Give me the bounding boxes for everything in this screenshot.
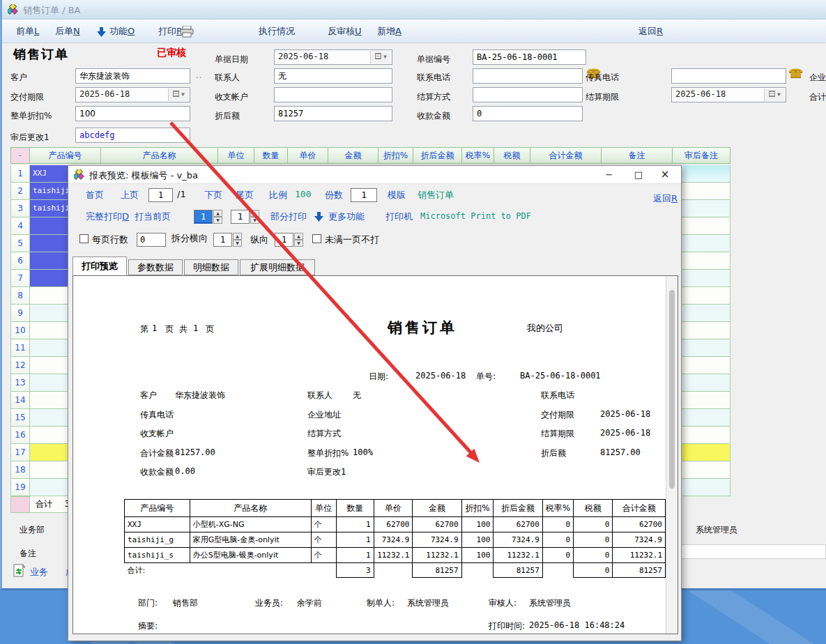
- scrollbar-thumb[interactable]: [669, 290, 675, 489]
- table-cell: taishiji_g: [125, 532, 190, 548]
- menu-functions[interactable]: 功能O: [109, 25, 135, 38]
- grid-row-number[interactable]: 7: [10, 270, 30, 287]
- table-cell: 7324.9: [613, 532, 666, 548]
- grid-row-number[interactable]: 9: [10, 305, 30, 322]
- down-arrow-icon: [314, 212, 323, 222]
- calendar-dropdown-icon[interactable]: ▼: [764, 89, 785, 101]
- post-change-input[interactable]: [75, 128, 190, 143]
- spinner-down-icon[interactable]: ▼: [294, 240, 303, 247]
- phone-input[interactable]: [473, 68, 583, 84]
- menu-next-doc[interactable]: 后单N: [55, 25, 80, 38]
- grid-row-number[interactable]: 16: [10, 427, 30, 444]
- menu-prev-doc[interactable]: 前单L: [16, 25, 39, 38]
- tab-detail-data[interactable]: 明细数据: [184, 259, 238, 275]
- spinner-up-icon[interactable]: ▲: [294, 233, 303, 240]
- more-functions-link[interactable]: 更多功能: [328, 210, 365, 223]
- form-title: 销售订单: [13, 46, 69, 63]
- grid-row-number[interactable]: 15: [10, 409, 30, 427]
- grid-row-number[interactable]: 17: [10, 444, 30, 461]
- close-button[interactable]: ×: [653, 166, 677, 183]
- table-cell: [461, 563, 494, 578]
- calendar-dropdown-icon[interactable]: ▼: [168, 89, 189, 101]
- grid-row-number[interactable]: 19: [10, 479, 30, 496]
- phone-label: 联系电话: [417, 72, 450, 84]
- maximize-button[interactable]: □: [627, 166, 650, 183]
- grid-row-number[interactable]: 2: [10, 183, 30, 200]
- page-number-input[interactable]: [148, 188, 173, 202]
- grid-row-number[interactable]: 3: [10, 200, 30, 217]
- menu-execution-status[interactable]: 执行情况: [259, 25, 295, 38]
- grid-row-number[interactable]: 1: [10, 165, 30, 183]
- menu-add-new[interactable]: 新增A: [377, 25, 401, 38]
- grid-row-number[interactable]: 18: [10, 461, 30, 479]
- preview-table-header: 折后金额: [494, 500, 542, 517]
- doc-date-input[interactable]: 2025-06-18▼: [274, 49, 392, 65]
- grid-row-number[interactable]: 11: [10, 339, 30, 357]
- printer-label[interactable]: 打印机: [385, 210, 413, 223]
- spinner-up-icon[interactable]: ▲: [213, 210, 222, 217]
- menu-return[interactable]: 返回R: [638, 25, 663, 38]
- fax-input[interactable]: [671, 68, 786, 84]
- settle-term-date-input[interactable]: 2025-06-18▼: [671, 87, 786, 102]
- discount-input[interactable]: [75, 106, 190, 121]
- scale-label[interactable]: 比例: [269, 189, 287, 201]
- delivery-date-input[interactable]: 2025-06-18▼: [75, 87, 190, 102]
- doc-no-input[interactable]: [473, 49, 586, 65]
- spinner-down-icon[interactable]: ▼: [213, 217, 222, 224]
- minimize-button[interactable]: −: [597, 166, 621, 183]
- discounted-amount-input[interactable]: [274, 106, 392, 121]
- tab-param-data[interactable]: 参数数据: [128, 259, 183, 275]
- customer-input[interactable]: [75, 68, 190, 84]
- last-page-link[interactable]: 尾页: [236, 189, 254, 201]
- dialog-return-link[interactable]: 返回R: [653, 192, 678, 205]
- menu-unaudit[interactable]: 反审核U: [328, 25, 362, 38]
- preview-table-header: 产品编号: [125, 500, 190, 517]
- preview-table-row: XXJ小型机-XG-NG个16270062700100627000062700: [125, 517, 666, 532]
- next-page-link[interactable]: 下页: [204, 189, 222, 201]
- grid-row-number[interactable]: 14: [10, 392, 30, 409]
- calendar-dropdown-icon[interactable]: ▼: [370, 51, 391, 63]
- copies-input[interactable]: [351, 188, 377, 202]
- business-doc-icon: [13, 564, 26, 578]
- tab-business[interactable]: 业务: [30, 566, 48, 578]
- grid-row-number[interactable]: 8: [10, 287, 30, 305]
- doc-no-label: 单据编号: [417, 54, 450, 66]
- skip-incomplete-checkbox[interactable]: [312, 234, 321, 243]
- grid-row-number[interactable]: 6: [10, 252, 30, 270]
- full-print-link[interactable]: 完整打印D: [86, 210, 129, 223]
- tab-ext-detail-data[interactable]: 扩展明细数据: [240, 259, 315, 275]
- customer-browse-button[interactable]: ..: [196, 70, 203, 80]
- tab-print-preview[interactable]: 打印预览: [72, 256, 127, 275]
- grid-row-number[interactable]: 12: [10, 357, 30, 374]
- first-page-link[interactable]: 首页: [86, 189, 104, 201]
- template-label[interactable]: 模版: [388, 189, 406, 201]
- spinner-down-icon[interactable]: ▼: [250, 217, 259, 224]
- preview-field-label: 审后更改1: [307, 466, 346, 478]
- grid-row-number[interactable]: 10: [10, 322, 30, 339]
- spinner-up-icon[interactable]: ▲: [250, 210, 259, 217]
- spinner-up-icon[interactable]: ▲: [233, 233, 242, 240]
- prev-page-link[interactable]: 上页: [121, 189, 139, 201]
- received-input[interactable]: [473, 106, 583, 121]
- grid-row-number[interactable]: 5: [10, 235, 30, 252]
- rows-per-page-input[interactable]: [137, 233, 166, 247]
- partial-print-link[interactable]: 部分打印: [270, 210, 307, 223]
- footer-summary-label: 摘要:: [138, 620, 158, 632]
- account-input[interactable]: [274, 87, 392, 102]
- printer-icon[interactable]: [180, 26, 194, 38]
- phone-icon[interactable]: ☎: [788, 66, 803, 80]
- grid-row-number[interactable]: 4: [10, 217, 30, 235]
- spinner-down-icon[interactable]: ▼: [233, 240, 242, 247]
- rows-per-page-checkbox[interactable]: [79, 234, 89, 243]
- contact-input[interactable]: [274, 68, 392, 84]
- print-current-page-link[interactable]: 打当前页: [135, 210, 171, 223]
- preview-scrollbar[interactable]: [666, 276, 678, 634]
- menu-print[interactable]: 打印P: [158, 25, 182, 38]
- settle-method-input[interactable]: [473, 87, 583, 102]
- fax-label: 传真电话: [586, 72, 619, 84]
- copies-label[interactable]: 份数: [325, 189, 343, 201]
- preview-field-label: 合计金额: [140, 447, 174, 459]
- grid-header-cell: 折后金额: [413, 147, 462, 164]
- grid-row-number[interactable]: 13: [10, 374, 30, 392]
- table-cell: [190, 563, 311, 578]
